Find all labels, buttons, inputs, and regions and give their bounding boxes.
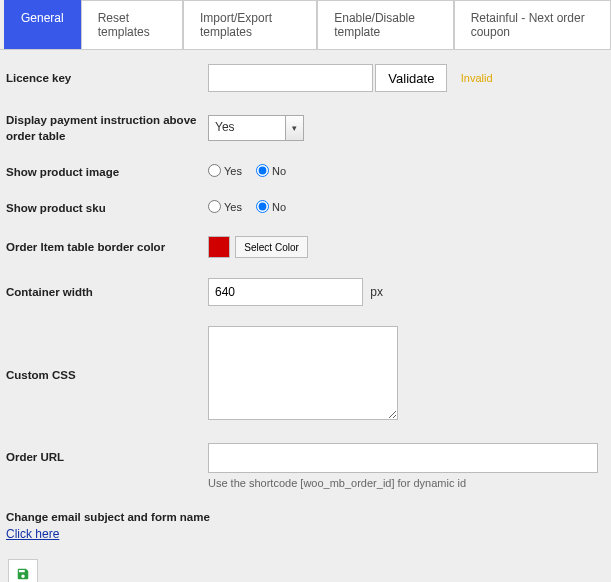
unit-label: px [370,285,383,299]
validate-button[interactable]: Validate [375,64,447,92]
label-container-width: Container width [6,284,208,300]
radio-input[interactable] [256,200,269,213]
row-show-sku: Show product sku Yes No [6,200,605,216]
radio-input[interactable] [208,200,221,213]
payment-instruction-select[interactable]: Yes ▾ [208,115,304,141]
row-licence: Licence key Validate Invalid [6,64,605,92]
show-sku-yes[interactable]: Yes [208,200,242,213]
tab-reset-templates[interactable]: Reset templates [81,0,183,49]
select-color-button[interactable]: Select Color [235,236,307,258]
radio-label: Yes [224,201,242,213]
row-custom-css: Custom CSS [6,326,605,423]
label-show-sku: Show product sku [6,200,208,216]
select-value: Yes [209,116,285,140]
row-container-width: Container width px [6,278,605,306]
color-swatch[interactable] [208,236,230,258]
show-sku-no[interactable]: No [256,200,286,213]
tab-import-export[interactable]: Import/Export templates [183,0,317,49]
order-url-hint: Use the shortcode [woo_mb_order_id] for … [208,477,605,489]
radio-label: No [272,165,286,177]
order-url-input[interactable] [208,443,598,473]
label-order-url: Order URL [6,443,208,465]
tab-general[interactable]: General [4,0,81,49]
label-show-image: Show product image [6,164,208,180]
chevron-down-icon[interactable]: ▾ [285,116,303,140]
label-change-subject: Change email subject and form name [6,509,210,525]
tab-enable-disable[interactable]: Enable/Disable template [317,0,453,49]
radio-input[interactable] [208,164,221,177]
licence-input[interactable] [208,64,373,92]
container-width-input[interactable] [208,278,363,306]
tab-retainful[interactable]: Retainful - Next order coupon [454,0,611,49]
label-border-color: Order Item table border color [6,239,208,255]
row-payment-instruction: Display payment instruction above order … [6,112,605,144]
row-order-url: Order URL Use the shortcode [woo_mb_orde… [6,443,605,489]
custom-css-textarea[interactable] [208,326,398,420]
row-show-image: Show product image Yes No [6,164,605,180]
radio-input[interactable] [256,164,269,177]
row-change-subject: Change email subject and form name Click… [6,509,605,541]
save-icon [16,567,30,581]
radio-label: Yes [224,165,242,177]
tabs: General Reset templates Import/Export te… [0,0,611,50]
click-here-link[interactable]: Click here [6,527,59,541]
save-button[interactable] [8,559,38,582]
settings-content: Licence key Validate Invalid Display pay… [0,50,611,582]
show-image-yes[interactable]: Yes [208,164,242,177]
label-payment-instruction: Display payment instruction above order … [6,112,208,144]
licence-status: Invalid [461,72,493,84]
row-border-color: Order Item table border color Select Col… [6,236,605,258]
radio-label: No [272,201,286,213]
show-image-no[interactable]: No [256,164,286,177]
label-licence: Licence key [6,70,208,86]
label-custom-css: Custom CSS [6,367,208,383]
